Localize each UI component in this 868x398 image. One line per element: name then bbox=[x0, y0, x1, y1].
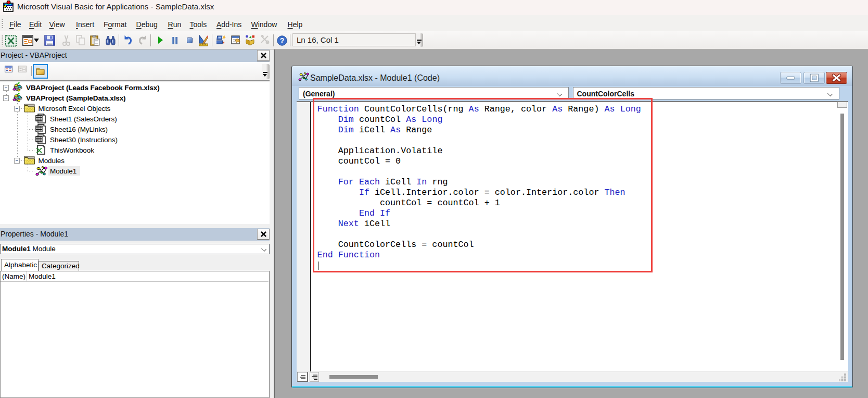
svg-text:?: ? bbox=[280, 36, 285, 45]
